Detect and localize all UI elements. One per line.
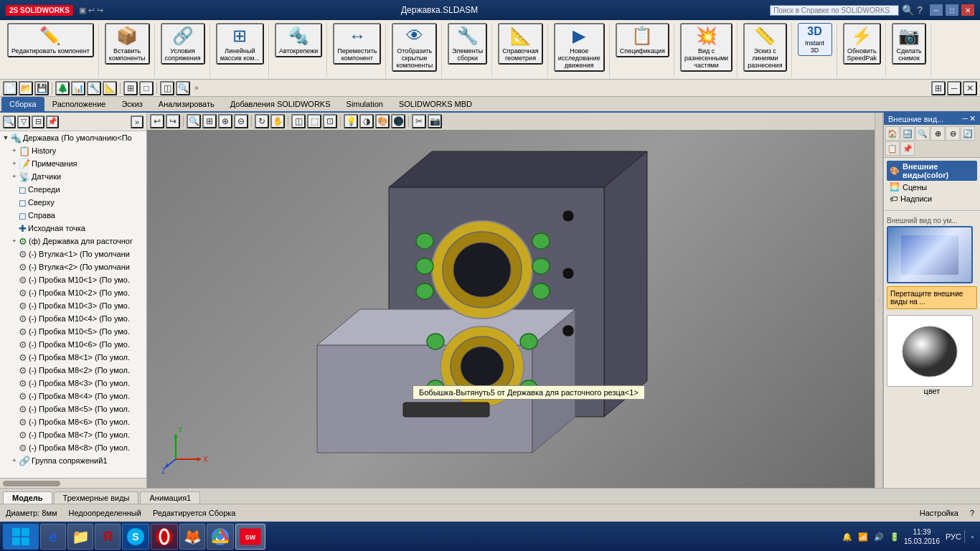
standard-views-button[interactable]: □ [139,81,154,95]
color-preview-box[interactable] [887,226,973,283]
tree-item-origin[interactable]: ✚ Исходная точка [0,222,146,235]
tree-icon-2[interactable]: 📊 [71,81,85,95]
right-panel-minimize[interactable]: ─ [962,114,968,123]
rotate-button[interactable]: ↻ [255,114,269,128]
tray-notifications[interactable]: 🔔 [841,530,854,543]
undo-view-button[interactable]: ↩ [150,114,164,128]
move-component-button[interactable]: ↔️ Переместитькомпонент [333,23,381,65]
new-motion-button[interactable]: ▶ Новоеисследованиедвижения [554,23,605,72]
view-tab-model[interactable]: Модель [3,491,52,504]
tree-item-m10-2[interactable]: ⚙ (-) Пробка М10<2> (По умо. [0,286,146,299]
scene-button[interactable]: 🎨 [375,114,390,128]
view-tab-3d-views[interactable]: Трехмерные виды [54,491,139,504]
feat-tab-simulation[interactable]: Simulation [339,97,391,111]
edit-component-button[interactable]: ✏️ Редактировать компонент [7,23,94,57]
taskbar-skype[interactable]: S [122,524,149,550]
tree-item-m8-8[interactable]: ⚙ (-) Пробка М8<8> (По умол. [0,441,146,454]
tree-item-vtulka2[interactable]: ⚙ (-) Втулка<2> (По умолчани [0,260,146,273]
taskbar-firefox[interactable]: 🦊 [179,524,205,550]
rp-item-scenes[interactable]: 🌅 Сцены [887,181,977,193]
taskbar-ie[interactable]: e [40,524,66,550]
camera-button[interactable]: 📷 [428,114,442,128]
close-button[interactable]: ✕ [961,4,974,16]
filter-button[interactable]: 🔍 [176,81,190,95]
maximize-button[interactable]: □ [946,4,958,16]
tree-item-vtulka1[interactable]: ⚙ (-) Втулка<1> (По умолчани [0,248,146,260]
tree-item-notes[interactable]: + 📝 Примечания [0,157,146,170]
hidden-lines-button[interactable]: ⊡ [323,114,337,128]
right-panel-divider[interactable]: ⋮ [875,113,883,488]
save-button[interactable]: 💾 [34,81,49,95]
rp-btn-7[interactable]: 📋 [885,141,900,156]
taskbar-explorer[interactable]: 📁 [67,524,93,550]
taskbar-yandex[interactable]: Я [95,524,121,550]
tree-item-history[interactable]: + 📋 History [0,144,146,157]
mate-button[interactable]: 🔗 Условиясопряжения [161,23,205,65]
assembly-features-button[interactable]: 🔧 Элементысборки [448,23,487,65]
tree-item-front[interactable]: ◻ Спереди [0,183,146,196]
tree-item-m10-4[interactable]: ⚙ (-) Пробка М10<4> (По умо. [0,312,146,325]
status-setting[interactable]: Настройка [920,509,958,517]
sensors-expand[interactable]: + [10,172,19,181]
view-tab-animation[interactable]: Анимация1 [140,491,200,504]
feat-tab-addins[interactable]: Добавления SOLIDWORKS [222,97,339,111]
section-view-button[interactable]: ✂ [412,114,426,128]
notes-expand[interactable]: + [10,159,19,168]
tree-collapse-button[interactable]: ⊟ [32,116,44,128]
exploded-view-button[interactable]: 💥 Вид сразнесеннымичастями [680,23,732,72]
smart-fastener-button[interactable]: 🔩 Автокрепежи [275,23,322,57]
tree-item-m8-1[interactable]: ⚙ (-) Пробка М8<1> (По умол. [0,351,146,364]
feat-tab-mbd[interactable]: SOLIDWORKS MBD [391,97,480,111]
open-button[interactable]: 📂 [19,81,33,95]
tree-item-m10-6[interactable]: ⚙ (-) Пробка М10<6> (По умо. [0,338,146,351]
close-pane-button[interactable]: ✕ [963,81,977,95]
zoom-button[interactable]: 🔍 [187,114,201,128]
tree-item-m8-2[interactable]: ⚙ (-) Пробка М8<2> (По умол. [0,364,146,377]
tree-item-mates[interactable]: + 🔗 Группа сопряжений1 [0,454,146,467]
tray-volume[interactable]: 🔊 [872,530,885,543]
display-style-button[interactable]: ◫ [291,114,306,128]
linear-pattern-button[interactable]: ⊞ Линейныймассив ком... [216,23,264,65]
rp-btn-6[interactable]: 🔄 [961,126,975,141]
rp-item-appearances[interactable]: 🎨 Внешние виды(color) [887,161,977,181]
mates-expand[interactable]: + [10,456,19,465]
keyboard-language[interactable]: РУС [946,532,961,541]
feat-tab-layout[interactable]: Расположение [44,97,114,111]
tree-search-button[interactable]: 🔍 [3,116,16,128]
feat-tab-assembly[interactable]: Сборка [1,97,44,111]
show-desktop-button[interactable]: ▫ [964,530,977,543]
tree-icon-3[interactable]: 🔧 [87,81,101,95]
lighting-button[interactable]: 💡 [344,114,358,128]
tree-item-m8-6[interactable]: ⚙ (-) Пробка М8<6> (По умол. [0,415,146,428]
tree-root[interactable]: ▼ 🔩 Державка (По умолчанию<По [0,131,146,144]
system-clock[interactable]: 11:39 15.03.2016 [904,527,940,546]
shadows-button[interactable]: ◑ [359,114,374,128]
feat-tab-sketch[interactable]: Эскиз [113,97,150,111]
taskbar-chrome[interactable] [207,524,234,550]
rp-btn-3[interactable]: 🔍 [915,126,930,141]
tree-root-expand[interactable]: ▼ [1,133,10,142]
tree-item-m10-1[interactable]: ⚙ (-) Пробка М10<1> (По умо. [0,273,146,286]
restore-pane-button[interactable]: ─ [947,81,961,95]
rp-btn-5[interactable]: ⊖ [946,126,960,141]
ref-geometry-button[interactable]: 📐 Справочнаягеометрия [498,23,542,65]
wireframe-button[interactable]: ⬚ [307,114,321,128]
rp-btn-8[interactable]: 📌 [900,141,915,156]
tree-item-m8-4[interactable]: ⚙ (-) Пробка М8<4> (По умол. [0,390,146,402]
tree-item-right[interactable]: ◻ Справа [0,209,146,222]
taskbar-solidworks[interactable]: SW [235,524,265,550]
redo-view-button[interactable]: ↪ [166,114,180,128]
show-hidden-button[interactable]: 👁 Отобразитьскрытыекомпоненты [392,23,437,72]
tree-item-sensors[interactable]: + 📡 Датчики [0,170,146,183]
help-icon[interactable]: ? [917,4,923,16]
minimize-button[interactable]: ─ [930,4,943,16]
status-help[interactable]: ? [970,509,974,517]
view-orient-button[interactable]: ⊞ [123,81,138,95]
search-icon[interactable]: 🔍 [902,4,914,16]
maximize-pane-button[interactable]: ⊞ [931,81,946,95]
search-input[interactable] [770,5,899,16]
start-button[interactable] [3,524,39,550]
hide-show-button[interactable]: ◫ [160,81,174,95]
explode-lines-button[interactable]: 📏 Эскиз слиниямиразнесения [743,23,786,72]
tree-item-m8-5[interactable]: ⚙ (-) Пробка М8<5> (По умол. [0,402,146,415]
